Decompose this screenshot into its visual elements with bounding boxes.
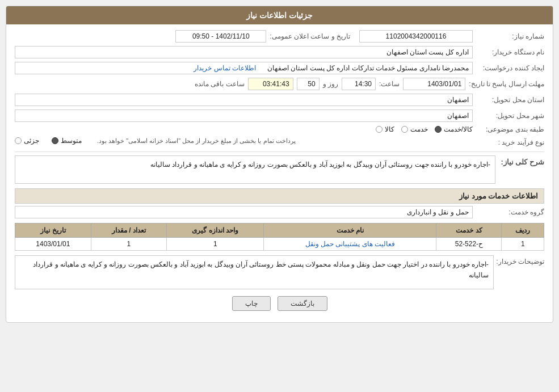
deadline-day-label: روز و	[323, 80, 338, 88]
cell-service-name[interactable]: فعالیت های پشتیبانی حمل ونقل	[264, 238, 436, 251]
deadline-time: 14:30	[342, 78, 376, 90]
deadline-remaining: 03:41:43	[248, 78, 293, 90]
process-jozei[interactable]: جزئی	[15, 137, 39, 145]
category-khedmat-label: خدمت	[410, 125, 428, 133]
process-note: پرداخت تمام یا بخشی از مبلغ خریدار از مح…	[97, 137, 296, 145]
category-khedmat-radio	[401, 126, 408, 133]
need-number-label: شماره نیاز:	[476, 32, 544, 40]
city-label: شهر محل تحویل:	[476, 112, 544, 120]
category-kala-khedmat[interactable]: کالا/خدمت	[435, 125, 473, 133]
category-options: کالا خدمت کالا/خدمت	[15, 125, 473, 133]
back-button[interactable]: بازگشت	[278, 296, 327, 311]
buyer-notes-label: توضیحات خریدار:	[497, 255, 544, 265]
cell-rownum: 1	[502, 238, 544, 251]
table-row: 1 ح-522-52 فعالیت های پشتیبانی حمل ونقل …	[15, 238, 544, 251]
category-kala[interactable]: کالا	[376, 125, 394, 133]
deadline-date: 1403/01/01	[403, 78, 465, 90]
process-options: پرداخت تمام یا بخشی از مبلغ خریدار از مح…	[15, 137, 473, 148]
creator-value: محمدرضا نامداری مسئول خدمات تداركات ادار…	[15, 62, 473, 74]
requester-org-label: نام دستگاه خریدار:	[476, 48, 544, 56]
process-label: نوع فرآیند خرید :	[476, 138, 544, 146]
province-value: اصفهان	[15, 94, 473, 106]
col-service-code: کد خدمت	[436, 224, 502, 238]
announce-value: 1402/11/10 - 09:50	[175, 30, 266, 43]
province-label: استان محل تحویل:	[476, 96, 544, 104]
cell-service-code: ح-522-52	[436, 238, 502, 251]
process-motavaset[interactable]: متوسط	[52, 137, 82, 145]
city-value: اصفهان	[15, 109, 473, 122]
cell-date: 1403/01/01	[15, 238, 91, 251]
button-row: بازگشت چاپ	[15, 296, 544, 317]
requester-org-value: اداره کل پست استان اصفهان	[15, 46, 473, 58]
process-jozei-label: جزئی	[24, 137, 39, 145]
col-quantity: تعداد / مقدار	[91, 224, 167, 238]
service-info-header: اطلاعات خدمات مورد نیاز	[15, 188, 544, 204]
cell-quantity: 1	[91, 238, 167, 251]
creator-contact-link[interactable]: اطلاعات تماس خریدار	[194, 64, 256, 72]
need-desc-value: -اجاره خودرو با راننده جهت روستائی آران …	[15, 155, 495, 184]
print-button[interactable]: چاپ	[232, 296, 271, 311]
deadline-label: مهلت ارسال پاسخ تا تاریخ:	[469, 80, 544, 88]
announce-label: تاریخ و ساعت اعلان عمومی:	[270, 32, 350, 40]
category-khedmat[interactable]: خدمت	[401, 125, 428, 133]
service-group-value: حمل و نقل و انبارداری	[15, 206, 473, 218]
category-kala-label: کالا	[385, 125, 394, 133]
col-unit: واحد اندازه گیری	[167, 224, 264, 238]
cell-unit: 1	[167, 238, 264, 251]
category-label: طبقه بندی موضوعی:	[476, 125, 544, 133]
page-title: جزئیات اطلاعات نیاز	[6, 6, 553, 24]
deadline-days: 50	[297, 78, 320, 90]
deadline-remaining-label: ساعت باقی مانده	[195, 80, 245, 88]
col-rownum: ردیف	[502, 224, 544, 238]
category-kala-khedmat-radio	[435, 126, 442, 133]
process-jozei-radio	[15, 137, 22, 144]
creator-label: ایجاد کننده درخواست:	[476, 64, 544, 72]
deadline-time-label: ساعت:	[379, 80, 400, 88]
category-kala-radio	[376, 126, 383, 133]
process-motavaset-radio	[52, 137, 58, 144]
col-service-name: نام خدمت	[264, 224, 436, 238]
need-desc-label: شرح کلی نیاز:	[499, 155, 544, 166]
category-kala-khedmat-label: کالا/خدمت	[444, 125, 473, 133]
need-number-value: 1102004342000116	[359, 30, 473, 43]
col-date: تاریخ نیاز	[15, 224, 91, 238]
service-table: ردیف کد خدمت نام خدمت واحد اندازه گیری ت…	[15, 223, 544, 251]
service-group-label: گروه خدمت:	[476, 208, 544, 216]
buyer-notes-value: -اجاره خودرو با راننده در اختیار جهت حمل…	[15, 255, 494, 289]
process-motavaset-label: متوسط	[61, 137, 82, 145]
